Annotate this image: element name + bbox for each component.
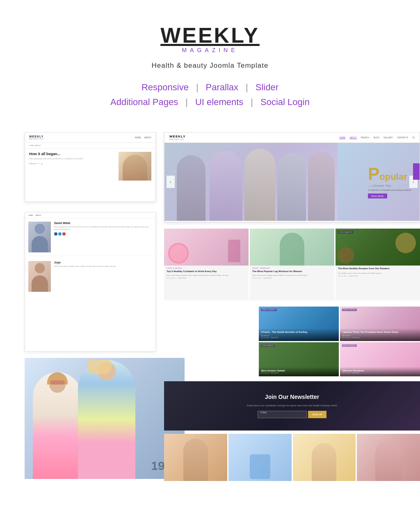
people-card-1: David Wilde Sed ut perspiciatis unde omn… bbox=[25, 218, 155, 256]
article-img-2 bbox=[250, 229, 334, 266]
recipe-img bbox=[395, 233, 416, 253]
workout-figure bbox=[280, 233, 304, 266]
about-nav-bar: WEEKLY MAGAZINE HOME ABOUT bbox=[25, 133, 155, 143]
newsletter-form: E-Mail SIGN UP bbox=[258, 411, 326, 418]
left-panel: WEEKLY MAGAZINE HOME ABOUT HOME / ABOUT … bbox=[25, 132, 164, 481]
strip-person-4 bbox=[375, 441, 402, 481]
card-meta-1: OCT 22, 2017 — READ MORE bbox=[164, 276, 249, 280]
hero-big-p: P bbox=[368, 165, 379, 183]
screenshot-people: HOME ABOUT David Wilde Sed ut perspiciat… bbox=[25, 212, 156, 352]
hero-logo-magazine: MAGAZINE bbox=[169, 138, 186, 140]
logo-weekly: WEEKLY bbox=[160, 25, 260, 46]
surf-title: 6 Facts - The Health Benefits of Surfing bbox=[261, 331, 336, 334]
hero-desc: A selection of health and beauty article… bbox=[368, 189, 411, 191]
right-cards-grid: HEALTH, BENEFITS 6 Facts - The Health Be… bbox=[259, 307, 420, 376]
hero-nav-about: ABOUT bbox=[349, 136, 356, 139]
features-row-2: Additional Pages | UI elements | Social … bbox=[103, 97, 317, 108]
hero-nav-blog: BLOG bbox=[374, 136, 379, 139]
article-card-2: SPORT, WORKOUT The Most Popular Leg Work… bbox=[250, 229, 334, 300]
recipe-overlay-tag: FOOD, HEALTHY bbox=[338, 231, 353, 234]
newsletter-subtitle: Subscribe to our newsletter and get the … bbox=[247, 404, 338, 407]
google-icon bbox=[62, 232, 66, 236]
feature-responsive[interactable]: Responsive bbox=[134, 82, 196, 93]
person-bio-2: Nemo enim ipsam voluptatem quia voluptas… bbox=[54, 265, 152, 268]
people-info-2: Joye Nemo enim ipsam voluptatem quia vol… bbox=[54, 261, 152, 292]
model-1 bbox=[177, 155, 205, 221]
about-social: Follow Us f t g+ bbox=[29, 163, 115, 165]
surf-card: HEALTH, BENEFITS 6 Facts - The Health Be… bbox=[259, 307, 339, 341]
hero-models-bg bbox=[164, 143, 338, 221]
surf-tag: HEALTH, BENEFITS bbox=[261, 309, 277, 311]
person-name-1: David Wilde bbox=[54, 222, 152, 224]
surf-overlay: 6 Facts - The Health Benefits of Surfing… bbox=[259, 328, 339, 341]
feature-slider[interactable]: Slider bbox=[248, 82, 286, 93]
newsletter-title: Join Our Newsletter bbox=[265, 394, 319, 400]
hero-read-more-btn[interactable]: READ MORE bbox=[368, 194, 387, 199]
card-tag-2: SPORT, WORKOUT bbox=[250, 266, 334, 269]
about-text: How it all began... Sed ut perspiciatis … bbox=[29, 152, 115, 181]
features-row-1: Responsive | Parallax | Slider bbox=[134, 82, 286, 93]
extra-card-2: BEAUTY, MAKEUP Skincare Routines OCT 25,… bbox=[340, 342, 420, 377]
extra-tag-2: BEAUTY, MAKEUP bbox=[342, 344, 357, 347]
lipstick-tag: BEAUTY, TRENDS bbox=[342, 309, 357, 311]
lipstick-card: BEAUTY, TRENDS Lipstick Tricks You Proba… bbox=[340, 307, 420, 341]
logo-container: WEEKLY MAGAZINE bbox=[160, 25, 260, 53]
feature-social-login[interactable]: Social Login bbox=[253, 97, 317, 108]
hero-arrow-left[interactable]: ‹ bbox=[167, 176, 175, 188]
strip-item-3 bbox=[293, 434, 356, 481]
email-input[interactable]: E-Mail bbox=[258, 411, 307, 418]
model-4 bbox=[277, 153, 306, 221]
hero-nav-items: HOME ABOUT PAGES ▾ BLOG GALLERY CONTACTS… bbox=[339, 136, 415, 139]
strip-item-2 bbox=[228, 434, 292, 481]
extra-card-1: FOOD, HEALTHY Best Autumn Salads OCT 25,… bbox=[259, 342, 339, 377]
hero-search-icon: 🔍 bbox=[412, 136, 415, 139]
strip-person-1 bbox=[183, 439, 208, 481]
lipstick-meta: OCT 25, 2017 — READ MORE bbox=[342, 337, 418, 339]
article-img-3: FOOD, HEALTHY bbox=[336, 229, 420, 266]
about-logo-weekly: WEEKLY bbox=[29, 135, 44, 138]
hero-nav: WEEKLY MAGAZINE HOME ABOUT PAGES ▾ BLOG … bbox=[164, 133, 420, 143]
people-info-1: David Wilde Sed ut perspiciatis unde omn… bbox=[54, 222, 152, 252]
card-title-1: Top 5 Healthy Cocktails to Drink Every D… bbox=[164, 269, 249, 274]
hero-image: P opular — Lifestyle Tips A selection of… bbox=[164, 143, 420, 221]
screenshot-hero: WEEKLY MAGAZINE HOME ABOUT PAGES ▾ BLOG … bbox=[164, 132, 420, 222]
right-panel: WEEKLY MAGAZINE HOME ABOUT PAGES ▾ BLOG … bbox=[164, 132, 420, 481]
surf-meta: OCT 25, 2017 — READ MORE bbox=[261, 337, 336, 339]
strip-drink bbox=[250, 454, 270, 479]
woman-1 bbox=[33, 372, 82, 479]
extra-meta-2: OCT 25, 2017 — READ MORE bbox=[342, 372, 418, 374]
model-3 bbox=[244, 149, 275, 221]
hero-popular-text: P opular bbox=[368, 165, 411, 183]
card-title-3: The Best Healthy Recipes from Our Reader… bbox=[336, 266, 420, 272]
people-nav-home: HOME bbox=[28, 214, 33, 216]
subscribe-button[interactable]: SIGN UP bbox=[308, 411, 326, 418]
twitter-icon bbox=[58, 232, 62, 236]
strip-item-4 bbox=[357, 434, 420, 481]
people-card-2: Joye Nemo enim ipsam voluptatem quia vol… bbox=[25, 258, 155, 295]
card-meta-2: OCT 22, 2017 — READ MORE bbox=[250, 276, 334, 280]
feature-parallax[interactable]: Parallax bbox=[199, 82, 246, 93]
person-bio-1: Sed ut perspiciatis unde omnis iste natu… bbox=[54, 226, 152, 231]
hero-opular: opular bbox=[379, 172, 407, 182]
article-img-1 bbox=[164, 229, 249, 266]
model-5 bbox=[308, 152, 335, 221]
lipstick-author: By Jane Doe bbox=[342, 335, 418, 337]
purple-tab bbox=[413, 163, 420, 180]
strip-item-1 bbox=[164, 434, 227, 481]
people-nav-about: ABOUT bbox=[36, 214, 41, 216]
feature-additional-pages[interactable]: Additional Pages bbox=[103, 97, 185, 108]
cocktail-glass bbox=[228, 240, 240, 262]
strip-person-3 bbox=[312, 443, 336, 481]
newsletter-section: Join Our Newsletter Subscribe to our new… bbox=[164, 381, 420, 431]
feature-ui-elements[interactable]: UI elements bbox=[188, 97, 251, 108]
hero-nav-contacts: CONTACTS bbox=[397, 136, 408, 139]
screenshot-about: WEEKLY MAGAZINE HOME ABOUT HOME / ABOUT … bbox=[25, 132, 156, 202]
social-icon-t: t bbox=[39, 163, 40, 165]
lipstick-title: Lipstick Tricks You Probably Never Knew … bbox=[342, 331, 418, 334]
model-2 bbox=[210, 151, 242, 221]
preview-mosaic: WEEKLY MAGAZINE HOME ABOUT HOME / ABOUT … bbox=[0, 132, 420, 481]
article-card-3: FOOD, HEALTHY The Best Healthy Recipes f… bbox=[336, 229, 420, 300]
woman-2 bbox=[78, 360, 135, 479]
article-card-1: FOOD & DRINKS Top 5 Healthy Cocktails to… bbox=[164, 229, 249, 300]
hero-logo-weekly: WEEKLY bbox=[169, 135, 186, 138]
